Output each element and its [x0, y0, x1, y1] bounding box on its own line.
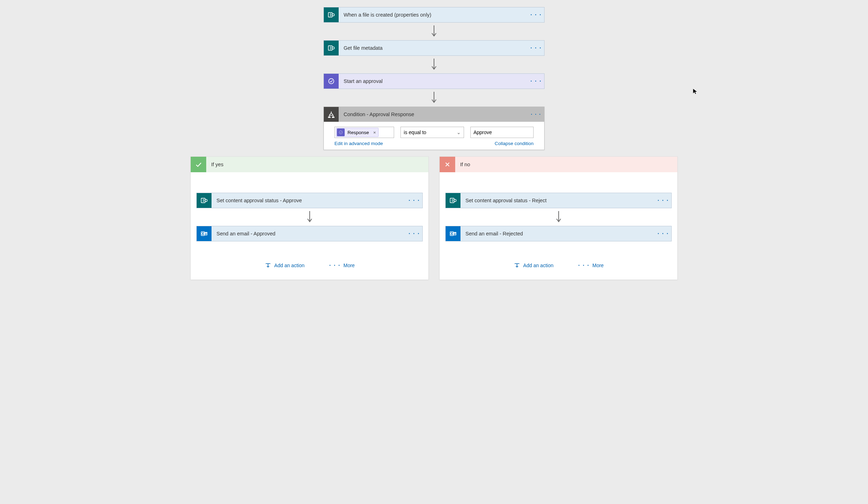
more-menu-icon[interactable]: · · · [528, 41, 544, 55]
send-email-rejected-card[interactable]: Send an email - Rejected · · · [445, 226, 672, 241]
outlook-icon [446, 226, 460, 241]
chevron-down-icon: ⌄ [457, 130, 461, 135]
more-menu-icon[interactable]: · · · [528, 107, 544, 122]
trigger-title: When a file is created (properties only) [339, 7, 528, 22]
more-menu-icon[interactable]: · · · [655, 193, 671, 208]
approval-icon [324, 74, 339, 89]
action-title: Set content approval status - Reject [460, 193, 655, 208]
add-action-icon [264, 262, 272, 269]
more-menu-icon[interactable]: · · · [655, 226, 671, 241]
approval-icon [337, 128, 345, 136]
more-button[interactable]: · · · More [329, 262, 355, 269]
edit-advanced-mode-link[interactable]: Edit in advanced mode [334, 141, 383, 146]
more-icon: · · · [329, 262, 340, 269]
step-title: Get file metadata [339, 41, 528, 55]
add-action-button[interactable]: Add an action [513, 262, 554, 269]
get-file-metadata-card[interactable]: Get file metadata · · · [323, 40, 545, 56]
action-title: Send an email - Rejected [460, 226, 655, 241]
svg-point-15 [451, 233, 453, 235]
set-approval-status-reject-card[interactable]: Set content approval status - Reject · ·… [445, 193, 672, 208]
more-menu-icon[interactable]: · · · [528, 74, 544, 89]
more-menu-icon[interactable]: · · · [406, 193, 422, 208]
remove-token-icon[interactable]: × [373, 130, 376, 135]
if-no-header: If no [440, 157, 677, 172]
condition-card[interactable]: Condition - Approval Response · · · Resp… [323, 107, 545, 150]
more-label: More [343, 263, 355, 268]
more-menu-icon[interactable]: · · · [406, 226, 422, 241]
if-yes-branch: If yes Set content approval status - App… [190, 156, 429, 280]
more-menu-icon[interactable]: · · · [528, 7, 544, 22]
collapse-condition-link[interactable]: Collapse condition [495, 141, 534, 146]
if-no-branch: If no Set content approval status - Reje… [439, 156, 678, 280]
sharepoint-icon [324, 7, 339, 22]
check-icon [191, 157, 206, 172]
if-no-label: If no [455, 162, 475, 167]
svg-point-7 [339, 131, 342, 134]
more-label: More [592, 263, 604, 268]
more-button[interactable]: · · · More [578, 262, 604, 269]
token-label: Response [347, 130, 369, 135]
flow-arrow-icon [306, 210, 313, 224]
cursor-icon [692, 88, 699, 95]
outlook-icon [197, 226, 212, 241]
sharepoint-icon [446, 193, 460, 208]
set-approval-status-approve-card[interactable]: Set content approval status - Approve · … [196, 193, 423, 208]
condition-value-input[interactable]: Approve [470, 127, 534, 138]
add-action-button[interactable]: Add an action [264, 262, 305, 269]
trigger-card[interactable]: When a file is created (properties only)… [323, 7, 545, 23]
more-icon: · · · [578, 262, 589, 269]
add-action-icon [513, 262, 521, 269]
send-email-approved-card[interactable]: Send an email - Approved · · · [196, 226, 423, 241]
flow-arrow-icon [430, 58, 438, 71]
operator-value: is equal to [404, 130, 426, 135]
add-action-label: Add an action [523, 263, 554, 268]
start-approval-card[interactable]: Start an approval · · · [323, 73, 545, 89]
action-title: Send an email - Approved [212, 226, 406, 241]
action-title: Set content approval status - Approve [212, 193, 406, 208]
condition-value: Approve [474, 130, 492, 135]
flow-arrow-icon [430, 25, 438, 38]
condition-left-operand[interactable]: Response × [334, 127, 394, 138]
if-yes-label: If yes [206, 162, 228, 167]
step-title: Start an approval [339, 74, 528, 89]
flow-arrow-icon [430, 91, 438, 104]
dynamic-content-token[interactable]: Response × [336, 128, 379, 137]
sharepoint-icon [197, 193, 212, 208]
flow-arrow-icon [555, 210, 562, 224]
sharepoint-icon [324, 41, 339, 55]
svg-point-11 [202, 233, 204, 235]
condition-operator-select[interactable]: is equal to ⌄ [400, 127, 464, 138]
svg-point-4 [329, 79, 334, 84]
condition-icon [324, 107, 339, 122]
add-action-label: Add an action [274, 263, 305, 268]
if-yes-header: If yes [191, 157, 428, 172]
condition-title: Condition - Approval Response [339, 107, 528, 122]
close-icon [440, 157, 455, 172]
